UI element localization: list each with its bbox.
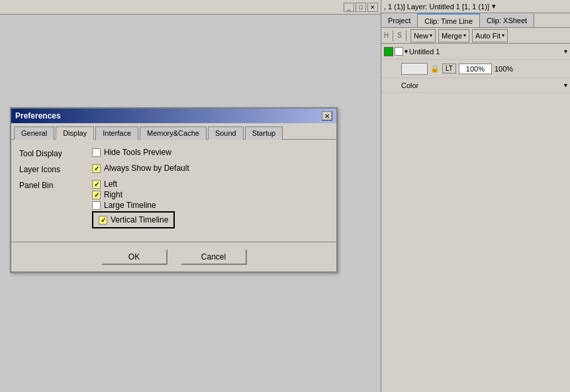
autofit-button[interactable]: Auto Fit ▾ — [472, 29, 508, 42]
layer-name-label: Untitled 1 — [409, 48, 564, 56]
left-checkbox[interactable] — [92, 180, 101, 189]
new-button[interactable]: New ▾ — [410, 29, 436, 42]
autofit-dropdown-arrow-icon: ▾ — [502, 32, 504, 38]
tab-clip-xsheet[interactable]: Clip: XSheet — [480, 13, 534, 27]
tab-sound[interactable]: Sound — [208, 126, 244, 140]
lt-badge: LT — [442, 64, 456, 74]
autofit-button-label: Auto Fit — [475, 32, 500, 40]
main-left-panel: _ □ ✕ Preferences ✕ General Display Inte… — [0, 0, 381, 392]
hide-tools-preview-row: Hide Tools Preview — [92, 148, 171, 157]
tool-display-row: Tool Display Hide Tools Preview — [19, 148, 328, 158]
tab-general[interactable]: General — [14, 126, 54, 140]
tab-project[interactable]: Project — [381, 13, 418, 27]
toolbar-s-label: S — [397, 32, 402, 39]
app-content: Preferences ✕ General Display Interface … — [0, 15, 381, 392]
large-timeline-label: Large Timeline — [104, 201, 156, 210]
layer-arrow-icon: ▾ — [564, 48, 567, 55]
new-button-label: New — [414, 32, 428, 40]
lock-icon[interactable]: 🔒 — [430, 64, 440, 73]
dialog-title: Preferences — [15, 111, 61, 121]
tab-clip-timeline[interactable]: Clip: Time Line — [418, 13, 480, 27]
toolbar-separator-1 — [393, 30, 393, 41]
always-show-checkbox[interactable] — [92, 164, 101, 173]
always-show-label: Always Show by Default — [104, 164, 189, 173]
opacity-value: 100% — [495, 65, 513, 73]
cancel-button[interactable]: Cancel — [181, 249, 247, 265]
minimize-btn[interactable]: _ — [344, 3, 354, 12]
right-top-bar: , 1 (1)] Layer: Untitled 1 [1, 1 (1)] ▾ — [381, 0, 570, 13]
color-label: Color — [401, 81, 561, 89]
merge-button-label: Merge — [442, 32, 462, 40]
right-toolbar: H S New ▾ Merge ▾ Auto Fit ▾ — [381, 28, 570, 44]
right-checkbox[interactable] — [92, 191, 101, 199]
panel-bin-controls: Left Right Large Timeline Vertical — [92, 179, 175, 228]
right-panel-tabs: Project Clip: Time Line Clip: XSheet — [381, 13, 570, 28]
layer-row: ▾ Untitled 1 ▾ — [381, 44, 570, 60]
layer-color-swatch[interactable] — [401, 63, 428, 75]
hide-tools-preview-checkbox[interactable] — [92, 148, 101, 157]
tool-display-label: Tool Display — [19, 148, 92, 158]
toolbar-h-label: H — [384, 32, 389, 39]
always-show-row: Always Show by Default — [92, 164, 189, 173]
layer-icons-controls: Always Show by Default — [92, 164, 189, 173]
layer-visibility-checkbox[interactable] — [395, 47, 403, 56]
vertical-timeline-checkbox[interactable] — [99, 216, 107, 224]
dialog-tabs: General Display Interface Memory&Cache S… — [11, 123, 336, 140]
left-row: Left — [92, 179, 175, 189]
layer-color-row: Color ▾ — [381, 78, 570, 93]
hide-tools-preview-label: Hide Tools Preview — [104, 148, 171, 157]
layer-expand-icon[interactable]: ▾ — [404, 48, 408, 55]
panel-bin-label: Panel Bin — [19, 179, 92, 190]
dropdown-arrow-icon: ▾ — [492, 2, 496, 11]
layer-info-text: , 1 (1)] Layer: Untitled 1 [1, 1 (1)] — [384, 3, 489, 11]
preferences-dialog: Preferences ✕ General Display Interface … — [10, 107, 338, 273]
dialog-footer: OK Cancel — [11, 242, 336, 271]
large-timeline-checkbox[interactable] — [92, 201, 101, 210]
large-timeline-row: Large Timeline — [92, 201, 175, 210]
tab-display[interactable]: Display — [56, 126, 94, 140]
dialog-close-button[interactable]: ✕ — [322, 111, 332, 121]
titlebar-controls: _ □ ✕ — [344, 3, 378, 12]
layer-sub-row: 🔒 LT 100% — [381, 60, 570, 78]
right-label: Right — [104, 190, 122, 199]
right-content-area — [381, 93, 570, 392]
dialog-body: Tool Display Hide Tools Preview Layer Ic… — [11, 140, 336, 242]
tool-display-controls: Hide Tools Preview — [92, 148, 171, 157]
right-row: Right — [92, 190, 175, 199]
opacity-input[interactable] — [459, 64, 492, 74]
vertical-timeline-label: Vertical Timeline — [111, 215, 168, 224]
new-dropdown-arrow-icon: ▾ — [430, 32, 432, 38]
ok-button[interactable]: OK — [101, 249, 167, 265]
dialog-titlebar: Preferences ✕ — [11, 109, 336, 123]
merge-dropdown-arrow-icon: ▾ — [463, 32, 466, 38]
tab-startup[interactable]: Startup — [245, 126, 283, 140]
window-titlebar: _ □ ✕ — [0, 0, 381, 15]
right-panel: , 1 (1)] Layer: Untitled 1 [1, 1 (1)] ▾ … — [381, 0, 570, 392]
left-label: Left — [104, 179, 117, 189]
layer-icons-row: Layer Icons Always Show by Default — [19, 164, 328, 174]
tab-interface[interactable]: Interface — [95, 126, 138, 140]
layer-icons-label: Layer Icons — [19, 164, 92, 174]
panel-bin-row: Panel Bin Left Right Large Timeline — [19, 179, 328, 228]
tab-memory-cache[interactable]: Memory&Cache — [140, 126, 207, 140]
toolbar-separator-2 — [406, 30, 406, 41]
merge-button[interactable]: Merge ▾ — [438, 29, 469, 42]
color-dropdown-arrow-icon: ▾ — [564, 81, 567, 89]
close-btn[interactable]: ✕ — [367, 3, 378, 12]
maximize-btn[interactable]: □ — [356, 3, 366, 12]
layer-color-indicator — [384, 47, 393, 56]
vertical-timeline-group: Vertical Timeline — [92, 211, 175, 228]
